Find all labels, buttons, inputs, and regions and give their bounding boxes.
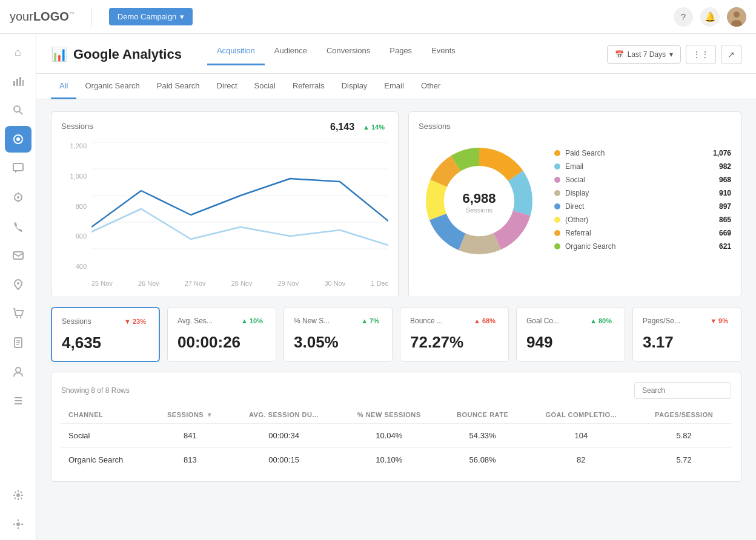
chart-value: 6,143	[330, 122, 354, 133]
x-label: 1 Dec	[371, 280, 388, 287]
kpi-badge: ▲ 80%	[587, 316, 615, 326]
tab-conversions[interactable]: Conversions	[317, 44, 380, 65]
avatar-image	[727, 7, 746, 27]
nav-right: ? 🔔	[674, 7, 746, 27]
sidebar-item-users[interactable]	[5, 358, 31, 385]
sidebar-item-home[interactable]: ⌂	[5, 39, 31, 65]
chart-title: Sessions	[61, 122, 93, 131]
kpi-row: Sessions ▼ 23% 4,635 Avg. Ses... ▲ 10% 0…	[51, 307, 741, 362]
sidebar-item-phone[interactable]	[5, 213, 31, 240]
sidebar-item-location[interactable]	[5, 271, 31, 298]
sub-tab-all[interactable]: All	[51, 74, 76, 99]
y-label: 1,000	[61, 173, 87, 180]
notifications-button[interactable]: 🔔	[700, 7, 720, 27]
sessions-donut-chart-card: Sessions 6,988 Sessions Paid Search 1,07…	[408, 111, 741, 297]
kpi-value: 949	[526, 333, 615, 352]
page-header: 📊 Google Analytics AcquisitionAudienceCo…	[36, 34, 756, 74]
sidebar-item-chat[interactable]	[5, 155, 31, 182]
top-nav: yourLOGO™ Demo Campaign ▾ ? 🔔	[0, 0, 756, 34]
table-column-header: AVG. SESSION DU...	[229, 406, 338, 424]
legend-dot	[554, 203, 560, 209]
logo-area: yourLOGO™ Demo Campaign ▾	[10, 7, 193, 27]
donut-center: 6,988 Sessions	[462, 190, 496, 213]
kpi-badge: ▲ 10%	[238, 316, 266, 326]
sidebar-item-list[interactable]	[5, 387, 31, 414]
sub-tab-social[interactable]: Social	[246, 74, 284, 99]
table-body: Social84100:00:3410.04%54.33%1045.82Orga…	[61, 424, 731, 472]
svg-rect-11	[13, 163, 23, 171]
y-label: 400	[61, 263, 87, 270]
kpi-card[interactable]: Bounce ... ▲ 68% 72.27%	[400, 307, 509, 362]
sub-tab-display[interactable]: Display	[333, 74, 376, 99]
sidebar-item-cart[interactable]	[5, 300, 31, 327]
legend-label: Referral	[565, 229, 591, 237]
sidebar-item-search[interactable]	[5, 97, 31, 123]
tab-acquisition[interactable]: Acquisition	[207, 44, 265, 65]
sub-tabs: AllOrganic SearchPaid SearchDirectSocial…	[36, 74, 756, 99]
y-label: 800	[61, 203, 87, 210]
chart-view-button[interactable]: ⋮⋮	[686, 45, 716, 64]
sidebar-item-plugin[interactable]	[5, 482, 31, 494]
sidebar-item-insights[interactable]	[5, 184, 31, 211]
kpi-value: 3.17	[643, 333, 731, 352]
table-row: Organic Search81300:00:1510.10%56.08%825…	[61, 448, 731, 472]
demo-campaign-button[interactable]: Demo Campaign ▾	[109, 8, 193, 25]
table-cell: 00:00:15	[229, 448, 338, 472]
kpi-label: % New S...	[294, 317, 330, 325]
kpi-label: Avg. Ses...	[177, 317, 213, 325]
date-picker-button[interactable]: 📅 Last 7 Days ▾	[607, 45, 681, 64]
kpi-card[interactable]: % New S... ▲ 7% 3.05%	[284, 307, 393, 362]
table-cell: 841	[151, 424, 229, 448]
avatar[interactable]	[727, 7, 746, 27]
nav-divider	[91, 7, 92, 27]
sub-tab-paid-search[interactable]: Paid Search	[148, 74, 208, 99]
kpi-card[interactable]: Avg. Ses... ▲ 10% 00:00:26	[167, 307, 276, 362]
legend-value: 897	[719, 202, 731, 211]
table-search-input[interactable]	[634, 382, 731, 399]
kpi-value: 00:00:26	[177, 333, 266, 352]
chart-value-area: 6,143 ▲ 14%	[330, 122, 388, 133]
x-label: 26 Nov	[138, 280, 159, 287]
tab-events[interactable]: Events	[422, 44, 465, 65]
sub-tab-direct[interactable]: Direct	[208, 74, 246, 99]
legend-label: Organic Search	[565, 242, 615, 251]
svg-point-19	[16, 317, 18, 318]
sidebar-item-email[interactable]	[5, 242, 31, 269]
sub-tab-other[interactable]: Other	[413, 74, 449, 99]
kpi-card[interactable]: Goal Co... ▲ 80% 949	[516, 307, 625, 362]
legend-value: 865	[719, 216, 731, 224]
page-title: Google Analytics	[73, 47, 182, 62]
svg-rect-3	[13, 81, 15, 86]
sidebar-item-pulse[interactable]	[5, 126, 31, 153]
y-label: 1,200	[61, 142, 87, 150]
help-button[interactable]: ?	[674, 7, 693, 27]
sub-tab-email[interactable]: Email	[376, 74, 413, 99]
table-column-header: PAGES/SESSION	[637, 406, 731, 424]
tab-audience[interactable]: Audience	[265, 44, 317, 65]
table-column-header: GOAL COMPLETIO...	[526, 406, 637, 424]
sidebar: ⌂	[0, 34, 36, 494]
svg-rect-5	[19, 77, 21, 86]
sidebar-item-analytics[interactable]	[5, 68, 31, 94]
bell-icon: 🔔	[705, 12, 716, 22]
tab-pages[interactable]: Pages	[380, 44, 422, 65]
donut-container: 6,988 Sessions	[419, 140, 540, 263]
table-column-header[interactable]: SESSIONS▼	[151, 406, 229, 424]
share-button[interactable]: ↗	[721, 45, 741, 64]
kpi-badge: ▲ 68%	[471, 316, 499, 326]
svg-point-7	[14, 106, 20, 112]
sub-tab-organic-search[interactable]: Organic Search	[76, 74, 148, 99]
sort-icon: ▼	[206, 411, 213, 418]
kpi-card[interactable]: Sessions ▼ 23% 4,635	[51, 307, 160, 362]
kpi-label: Goal Co...	[526, 317, 559, 325]
table-row: Social84100:00:3410.04%54.33%1045.82	[61, 424, 731, 448]
sidebar-item-reports[interactable]	[5, 329, 31, 356]
legend-label: Email	[565, 162, 583, 171]
legend-dot	[554, 217, 560, 223]
logo: yourLOGO™	[10, 10, 75, 24]
kpi-card[interactable]: Pages/Se... ▼ 9% 3.17	[632, 307, 741, 362]
sub-tab-referrals[interactable]: Referrals	[284, 74, 333, 99]
x-label: 27 Nov	[185, 280, 206, 287]
sessions-line-chart-card: Sessions 6,143 ▲ 14% 1,2001,000800600400	[51, 111, 399, 297]
table-section: Showing 8 of 8 Rows CHANNELSESSIONS▼AVG.…	[51, 372, 741, 482]
